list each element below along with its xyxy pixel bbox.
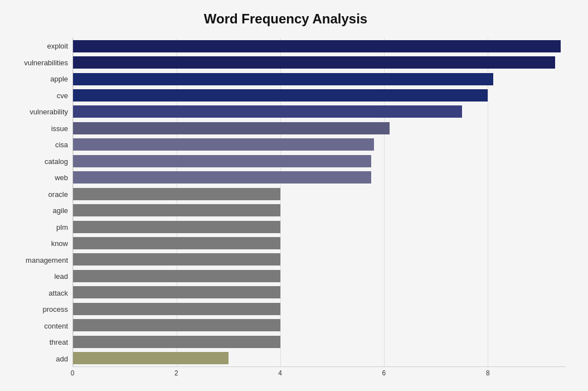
bar (73, 319, 280, 331)
y-label: management (6, 253, 68, 267)
y-labels: exploitvulnerabilitiesapplecvevulnerabil… (6, 38, 72, 367)
x-tick: 6 (382, 369, 386, 377)
bar-row (73, 104, 566, 119)
bar-row (73, 236, 566, 250)
bar (73, 138, 374, 151)
x-tick: 2 (174, 369, 178, 377)
bar (73, 303, 280, 315)
bar-row (73, 137, 566, 152)
bar-row (73, 72, 566, 86)
bar-row (73, 55, 566, 70)
y-label: apple (6, 72, 68, 86)
grid-line (384, 38, 385, 366)
bar (73, 352, 229, 364)
bar-row (73, 335, 566, 349)
bar (73, 105, 462, 118)
y-label: plm (6, 220, 68, 234)
bar-row (73, 269, 566, 283)
bar-row (73, 220, 566, 234)
bar (73, 122, 390, 134)
bar-row (73, 351, 566, 365)
y-label: web (6, 171, 68, 185)
grid-line (488, 38, 488, 366)
bar (73, 270, 280, 282)
bar-row (73, 302, 566, 316)
y-label: vulnerability (6, 105, 68, 119)
y-label: lead (6, 269, 68, 284)
y-label: exploit (6, 39, 68, 54)
bar-row (73, 88, 566, 103)
y-label: oracle (6, 187, 68, 201)
y-label: cve (6, 88, 68, 103)
x-axis: 02468 (72, 369, 566, 383)
bar-row (73, 154, 566, 168)
x-tick: 0 (71, 369, 75, 377)
grid-line (73, 38, 74, 366)
bar (73, 336, 280, 348)
chart-title: Word Frequency Analysis (6, 11, 566, 27)
bar-row (73, 203, 566, 218)
bar (73, 56, 555, 69)
bar-row (73, 121, 566, 136)
bar (73, 171, 371, 184)
bar (73, 188, 280, 200)
bar-row (73, 187, 566, 201)
y-label: attack (6, 286, 68, 300)
y-label: know (6, 236, 68, 251)
y-label: catalog (6, 154, 68, 168)
y-label: vulnerabilities (6, 55, 68, 70)
y-label: process (6, 302, 68, 317)
chart-container: Word Frequency Analysis exploitvulnerabi… (0, 0, 588, 391)
y-label: cisa (6, 138, 68, 152)
bar-row (73, 252, 566, 267)
grid-line (177, 38, 177, 366)
x-tick: 8 (486, 369, 490, 377)
bar (73, 221, 280, 233)
x-tick: 4 (278, 369, 282, 377)
bars-area (72, 38, 566, 367)
bar-row (73, 318, 566, 332)
bar (73, 204, 280, 216)
y-label: add (6, 351, 68, 366)
bar (73, 73, 493, 85)
chart-area: exploitvulnerabilitiesapplecvevulnerabil… (6, 38, 566, 367)
bar (73, 253, 280, 266)
bar (73, 286, 280, 298)
y-label: issue (6, 121, 68, 136)
y-label: content (6, 318, 68, 333)
bar-row (73, 285, 566, 300)
grid-line (280, 38, 281, 366)
bar (73, 155, 371, 167)
bar (73, 40, 561, 52)
bar-row (73, 170, 566, 185)
y-label: agile (6, 204, 68, 218)
bar (73, 89, 488, 102)
y-label: threat (6, 335, 68, 350)
bar (73, 237, 280, 249)
bar-row (73, 39, 566, 54)
